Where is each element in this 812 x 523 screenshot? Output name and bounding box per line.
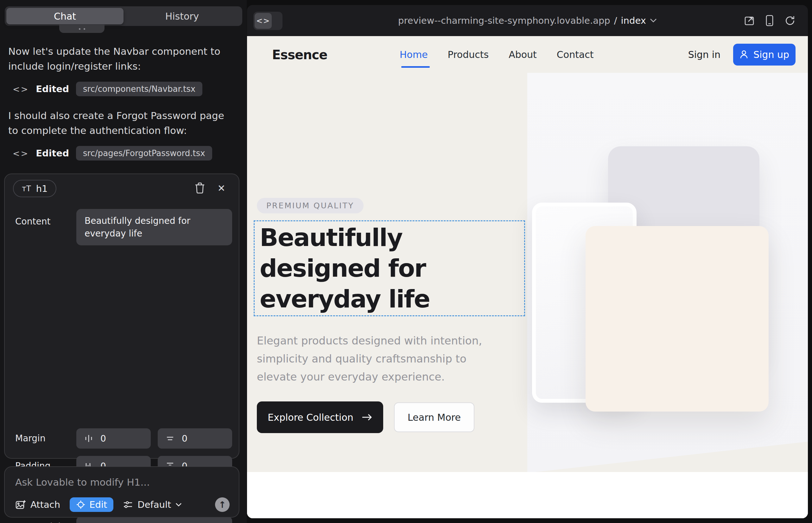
margin-y-value: 0	[182, 433, 188, 444]
font-weight-value: Medium	[84, 522, 119, 523]
nav-contact[interactable]: Contact	[557, 49, 594, 60]
active-nav-underline	[401, 66, 430, 68]
nav-about[interactable]: About	[509, 49, 537, 60]
open-external-icon[interactable]	[744, 15, 755, 26]
tab-history-label: History	[165, 11, 199, 22]
close-icon: ✕	[217, 183, 225, 194]
sign-up-button[interactable]: Sign up	[733, 44, 796, 66]
margin-y-input[interactable]: 0	[158, 428, 232, 449]
learn-more-label: Learn More	[408, 412, 461, 423]
url-separator: /	[614, 15, 617, 26]
hero-headline[interactable]: Beautifully designed for everyday life	[260, 222, 430, 314]
edited-label: Edited	[36, 148, 69, 159]
delete-element-button[interactable]	[193, 181, 207, 195]
arrow-right-icon	[362, 413, 372, 421]
tab-chat-label: Chat	[54, 11, 76, 22]
sliders-icon	[123, 500, 133, 509]
hero-paragraph: Elegant products designed with intention…	[257, 332, 482, 386]
hero-section: PREMIUM QUALITY Beautifully designed for…	[247, 73, 808, 472]
url-bar[interactable]: preview--charming-site-symphony.lovable.…	[247, 5, 808, 36]
typography-icon: тT	[22, 184, 31, 193]
tab-history[interactable]: History	[124, 8, 241, 24]
paragraph-line: Elegant products designed with intention…	[257, 332, 482, 350]
font-weight-label: Font weight	[15, 521, 67, 523]
tab-chat[interactable]: Chat	[6, 8, 124, 24]
explore-collection-label: Explore Collection	[268, 412, 353, 423]
assistant-message: I should also create a Forgot Password p…	[8, 108, 234, 138]
margin-x-icon	[83, 433, 94, 444]
site-logo[interactable]: Essence	[272, 48, 327, 62]
user-icon	[740, 50, 748, 59]
margin-inputs: 0 0	[76, 428, 232, 449]
content-input[interactable]: Beautifully designed for everyday life	[76, 209, 232, 245]
margin-x-value: 0	[100, 433, 106, 444]
paragraph-line: simplicity and quality craftsmanship to	[257, 350, 482, 368]
selected-element-tag[interactable]: тT h1	[13, 180, 56, 197]
headline-line: designed for	[260, 253, 430, 284]
hero-visual-area	[527, 73, 808, 472]
scrolled-message-peek	[59, 25, 105, 33]
hero-cta-row: Explore Collection Learn More	[257, 401, 474, 433]
file-path-badge[interactable]: src/pages/ForgotPassword.tsx	[76, 146, 212, 161]
margin-x-input[interactable]: 0	[76, 428, 151, 449]
url-page: index	[621, 15, 646, 26]
chat-composer[interactable]: Ask Lovable to modify H1... Attach Edit	[4, 466, 240, 518]
target-icon	[76, 500, 86, 509]
chevron-down-icon	[175, 503, 182, 507]
code-brackets-icon: <>	[13, 84, 29, 94]
edited-file-row[interactable]: <> Edited src/components/Navbar.tsx	[13, 82, 202, 96]
premium-quality-badge: PREMIUM QUALITY	[257, 198, 364, 213]
arrow-up-icon: ↑	[218, 500, 226, 510]
element-tag-label: h1	[36, 183, 48, 194]
refresh-icon[interactable]	[784, 15, 795, 26]
site-preview: Essence Home Products About Contact Sign…	[247, 36, 808, 518]
attach-label: Attach	[30, 499, 60, 510]
composer-input[interactable]: Ask Lovable to modify H1...	[15, 476, 150, 488]
font-weight-select[interactable]: Medium	[76, 517, 232, 523]
edited-label: Edited	[36, 84, 69, 94]
nav-products[interactable]: Products	[448, 49, 489, 60]
default-label: Default	[138, 499, 171, 510]
edit-label: Edit	[89, 499, 107, 510]
edit-mode-button[interactable]: Edit	[70, 497, 113, 512]
site-navbar: Essence Home Products About Contact Sign…	[247, 36, 808, 73]
headline-line: Beautifully	[260, 222, 430, 253]
chevron-down-icon	[650, 18, 657, 23]
composer-toolbar: Attach Edit Default ↑	[15, 497, 230, 512]
file-path-badge[interactable]: src/components/Navbar.tsx	[76, 82, 202, 96]
screen: Chat History Now let's update the Navbar…	[0, 0, 812, 523]
mobile-view-icon[interactable]	[765, 15, 774, 26]
margin-field-label: Margin	[15, 433, 46, 444]
preview-browser-frame: <> preview--charming-site-symphony.lovab…	[247, 5, 808, 518]
headline-line: everyday life	[260, 284, 430, 314]
auth-actions: Sign in Sign up	[688, 36, 796, 73]
sign-up-label: Sign up	[754, 49, 789, 60]
chat-history-tabs: Chat History	[5, 6, 242, 26]
default-model-select[interactable]: Default	[123, 499, 182, 510]
assistant-message: Now let's update the Navbar component to…	[8, 44, 234, 74]
attach-button[interactable]: Attach	[15, 499, 60, 510]
preview-topbar: <> preview--charming-site-symphony.lovab…	[247, 5, 808, 36]
lovable-chat-panel: Chat History Now let's update the Navbar…	[0, 0, 247, 523]
trash-icon	[194, 182, 205, 194]
url-domain: preview--charming-site-symphony.lovable.…	[398, 15, 610, 26]
next-section-band	[247, 472, 808, 518]
topbar-actions	[744, 5, 795, 36]
close-panel-button[interactable]: ✕	[214, 181, 228, 195]
learn-more-button[interactable]: Learn More	[394, 402, 474, 432]
sign-in-link[interactable]: Sign in	[688, 49, 721, 60]
margin-y-icon	[165, 433, 175, 444]
nav-home[interactable]: Home	[400, 49, 428, 60]
send-button[interactable]: ↑	[215, 497, 230, 512]
attach-image-icon	[15, 499, 26, 510]
edited-file-row[interactable]: <> Edited src/pages/ForgotPassword.tsx	[13, 146, 212, 161]
code-brackets-icon: <>	[13, 148, 29, 158]
content-field-label: Content	[15, 216, 50, 227]
paragraph-line: elevate your everyday experience.	[257, 368, 482, 386]
decor-card-cream	[586, 226, 769, 412]
element-editor-panel: тT h1 ✕ Content Beautifully designed for…	[4, 174, 240, 459]
explore-collection-button[interactable]: Explore Collection	[257, 401, 383, 433]
